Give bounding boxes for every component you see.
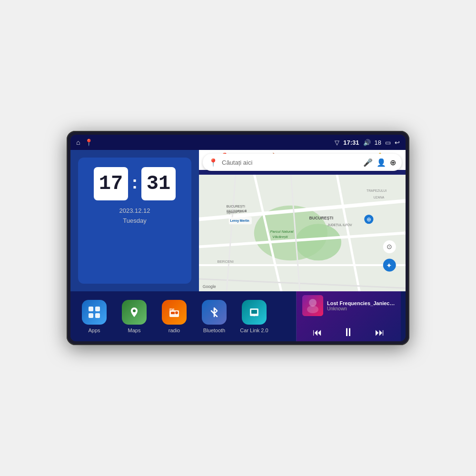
screen: ⌂ 📍 ▽ 17:31 🔊 18 ▭ ↩ 17 : 31	[70, 135, 406, 341]
clock-colon: :	[132, 173, 138, 193]
car-head-unit: ⌂ 📍 ▽ 17:31 🔊 18 ▭ ↩ 17 : 31	[67, 131, 409, 345]
apps-label: Apps	[88, 327, 100, 333]
svg-text:BERCENI: BERCENI	[218, 259, 234, 264]
apps-icon	[82, 300, 107, 325]
svg-rect-30	[89, 307, 93, 311]
home-icon[interactable]: ⌂	[76, 139, 80, 146]
music-title: Lost Frequencies_Janieck Devy-...	[327, 300, 395, 306]
svg-text:JUDEȚUL ILFOV: JUDEȚUL ILFOV	[327, 223, 352, 227]
music-controls: ⏮ ⏸ ⏭	[302, 323, 395, 341]
music-text: Lost Frequencies_Janieck Devy-... Unknow…	[327, 300, 395, 311]
status-bar: ⌂ 📍 ▽ 17:31 🔊 18 ▭ ↩	[70, 135, 406, 150]
music-info: Lost Frequencies_Janieck Devy-... Unknow…	[302, 295, 395, 316]
svg-text:TRAPEZULUI: TRAPEZULUI	[367, 189, 387, 192]
album-art	[302, 295, 323, 316]
svg-point-34	[133, 309, 136, 312]
clock-date: 2023.12.12 Tuesday	[119, 206, 150, 226]
map-panel: 📍 Căutați aici 🎤 👤 ⊕	[199, 150, 406, 291]
clock-hour: 17	[94, 167, 128, 200]
bluetooth-label: Bluetooth	[203, 327, 225, 333]
svg-text:Parcul Natural: Parcul Natural	[270, 230, 293, 234]
svg-rect-40	[251, 310, 257, 314]
app-carlink[interactable]: Car Link 2.0	[235, 300, 273, 333]
svg-point-43	[309, 299, 317, 307]
music-artist: Unknown	[327, 306, 395, 311]
app-apps[interactable]: Apps	[75, 300, 113, 333]
maps-label: Maps	[128, 327, 141, 333]
map-search-bar[interactable]: 📍 Căutați aici 🎤 👤 ⊕	[203, 154, 402, 171]
back-icon[interactable]: ↩	[395, 139, 400, 146]
svg-text:⊕: ⊕	[367, 217, 371, 222]
map-visual: Splaiul Unirii BUCUREȘTI JUDEȚUL ILFOV B…	[199, 175, 406, 291]
maps-nav-icon[interactable]: 📍	[85, 139, 93, 146]
svg-point-2	[296, 224, 341, 260]
carlink-icon	[242, 300, 267, 325]
svg-text:Văcărești: Văcărești	[272, 235, 288, 239]
svg-point-44	[307, 306, 318, 313]
battery-icon: ▭	[385, 139, 391, 146]
svg-text:Google: Google	[203, 284, 216, 289]
bottom-dock: Apps Maps	[70, 291, 406, 341]
music-player: Lost Frequencies_Janieck Devy-... Unknow…	[296, 291, 401, 341]
play-pause-button[interactable]: ⏸	[340, 323, 357, 341]
clock-minute: 31	[141, 167, 176, 200]
map-search-input[interactable]: Căutați aici	[222, 159, 359, 166]
svg-text:UZANA: UZANA	[373, 196, 384, 199]
svg-rect-32	[89, 313, 93, 318]
clock-widget: 17 : 31 2023.12.12 Tuesday	[78, 158, 191, 284]
app-maps[interactable]: Maps	[115, 300, 153, 333]
svg-rect-31	[95, 307, 100, 311]
radio-label: radio	[169, 327, 180, 333]
maps-icon	[122, 300, 147, 325]
app-bluetooth[interactable]: Bluetooth	[195, 300, 233, 333]
status-right-info: ▽ 17:31 🔊 18 ▭ ↩	[335, 139, 400, 146]
microphone-icon[interactable]: 🎤	[363, 158, 373, 167]
map-svg: Splaiul Unirii BUCUREȘTI JUDEȚUL ILFOV B…	[199, 175, 406, 291]
svg-text:✦: ✦	[386, 261, 392, 269]
svg-rect-36	[171, 312, 175, 314]
main-area: 17 : 31 2023.12.12 Tuesday 📍 Căutați aic…	[70, 150, 406, 291]
status-left-icons: ⌂ 📍	[76, 139, 93, 146]
account-icon[interactable]: 👤	[377, 158, 386, 167]
volume-icon: 🔊	[363, 139, 371, 146]
svg-text:BUCUREȘTI: BUCUREȘTI	[227, 205, 245, 208]
layers-icon[interactable]: ⊕	[390, 158, 396, 167]
map-pin-icon: 📍	[208, 158, 218, 167]
radio-icon: FM	[162, 300, 187, 325]
svg-text:⊙: ⊙	[387, 243, 392, 250]
carlink-label: Car Link 2.0	[240, 327, 268, 333]
dock-apps: Apps Maps	[75, 291, 296, 341]
app-radio[interactable]: FM radio	[155, 300, 193, 333]
clock-digits: 17 : 31	[94, 167, 176, 200]
map-search-actions: 🎤 👤 ⊕	[363, 158, 396, 167]
left-panel: 17 : 31 2023.12.12 Tuesday	[70, 150, 199, 291]
signal-icon: ▽	[335, 139, 339, 146]
svg-point-41	[254, 315, 255, 316]
next-button[interactable]: ⏭	[372, 324, 387, 341]
svg-text:FM: FM	[169, 308, 174, 311]
svg-rect-33	[95, 313, 100, 318]
svg-text:BUCUREȘTI: BUCUREȘTI	[309, 216, 333, 220]
prev-button[interactable]: ⏮	[310, 324, 325, 341]
battery-level: 18	[375, 139, 381, 146]
svg-text:SECTORUL 4: SECTORUL 4	[227, 209, 247, 213]
svg-point-37	[175, 311, 178, 314]
status-time: 17:31	[343, 139, 359, 146]
bluetooth-icon	[202, 300, 227, 325]
svg-text:Leroy Merlin: Leroy Merlin	[230, 219, 249, 223]
